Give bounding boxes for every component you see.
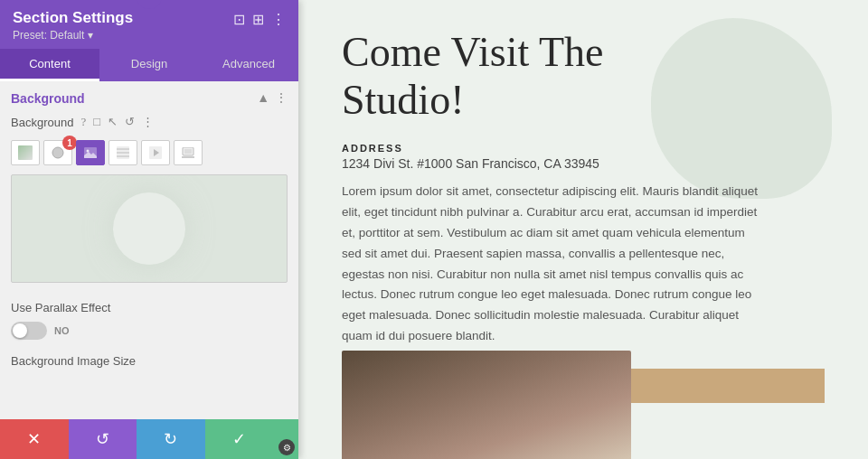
- bg-cursor-icon[interactable]: ↖: [108, 115, 118, 129]
- undo-button[interactable]: ↺: [69, 419, 137, 459]
- tab-content[interactable]: Content: [0, 49, 99, 81]
- save-icon: ✓: [232, 429, 246, 449]
- panel-title: Section Settings: [13, 9, 133, 27]
- svg-rect-11: [184, 149, 192, 154]
- bottom-image: [342, 351, 631, 459]
- more-icon[interactable]: ⋮: [271, 11, 286, 28]
- redo-button[interactable]: ↻: [137, 419, 205, 459]
- undo-icon: ↺: [96, 429, 109, 449]
- panel-body: Background ▲ ⋮ Background ? □ ↖ ↺ ⋮ 1: [0, 81, 298, 419]
- grid-icon[interactable]: ⊞: [252, 11, 264, 28]
- svg-rect-0: [18, 145, 33, 160]
- bg-more-icon[interactable]: ⋮: [275, 90, 288, 106]
- bg-help-icon[interactable]: ?: [80, 115, 86, 129]
- bg-type-video[interactable]: [141, 140, 170, 165]
- panel-preset[interactable]: Preset: Default ▾: [13, 29, 133, 42]
- bg-type-image[interactable]: [76, 140, 105, 165]
- bg-label: Background: [11, 116, 73, 129]
- bg-type-slideshow[interactable]: [174, 140, 203, 165]
- content-area: Come Visit The Studio! ADDRESS 1234 Divi…: [298, 0, 868, 459]
- bg-copy-icon[interactable]: □: [93, 115, 100, 129]
- bg-type-gradient[interactable]: [11, 140, 40, 165]
- redo-icon: ↻: [164, 429, 177, 449]
- address-section: ADDRESS 1234 Divi St. #1000 San Francisc…: [342, 143, 825, 171]
- parallax-toggle[interactable]: [11, 322, 47, 340]
- corner-icon[interactable]: ⚙: [278, 439, 295, 455]
- panel-tabs: Content Design Advanced: [0, 49, 298, 81]
- bg-reset-icon[interactable]: ↺: [125, 115, 135, 129]
- panel-toolbar: ✕ ↺ ↻ ✓ ⚙: [0, 419, 298, 459]
- toolbar-corner: ⚙: [273, 419, 298, 459]
- toggle-knob: [13, 323, 27, 338]
- address-value: 1234 Divi St. #1000 San Francisco, CA 33…: [342, 156, 825, 171]
- bg-preview-inner: [113, 192, 185, 265]
- background-title: Background: [11, 91, 85, 106]
- address-label: ADDRESS: [342, 143, 825, 154]
- parallax-section: Use Parallax Effect NO: [0, 292, 298, 349]
- bg-type-pattern[interactable]: [108, 140, 137, 165]
- cancel-button[interactable]: ✕: [0, 419, 69, 459]
- toggle-no-label: NO: [54, 325, 70, 336]
- bg-type-row: 1: [0, 136, 298, 174]
- cancel-icon: ✕: [27, 429, 41, 449]
- bg-type-color[interactable]: 1: [43, 140, 72, 165]
- view-icon[interactable]: ⊡: [233, 11, 245, 28]
- bg-options-icon[interactable]: ⋮: [142, 115, 154, 129]
- background-row: Background ? □ ↖ ↺ ⋮: [0, 111, 298, 136]
- bg-size-label: Background Image Size: [0, 349, 298, 370]
- svg-point-1: [52, 147, 63, 158]
- settings-panel: + Section Settings Preset: Default ▾ ⊡ ⊞…: [0, 0, 298, 459]
- background-section-header: Background ▲ ⋮: [0, 81, 298, 111]
- bg-preview: [11, 174, 288, 283]
- collapse-icon[interactable]: ▲: [257, 91, 269, 106]
- body-text: Lorem ipsum dolor sit amet, consectetur …: [342, 182, 758, 348]
- parallax-label: Use Parallax Effect: [11, 301, 288, 314]
- bg-badge: 1: [62, 136, 77, 150]
- page-title: Come Visit The Studio!: [342, 29, 825, 125]
- tab-design[interactable]: Design: [99, 49, 199, 81]
- save-button[interactable]: ✓: [205, 419, 274, 459]
- tab-advanced[interactable]: Advanced: [199, 49, 298, 81]
